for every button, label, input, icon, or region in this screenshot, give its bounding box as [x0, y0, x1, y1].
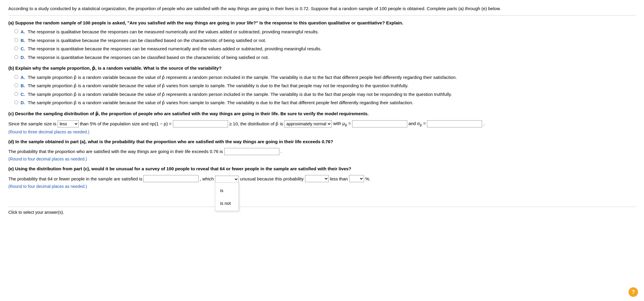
part-b-label-d: D.	[21, 99, 26, 106]
part-d-round-note: (Round to four decimal places as needed.…	[8, 157, 636, 161]
part-b-options: A. The sample proportion p̂ is a random …	[14, 74, 636, 106]
part-a-label-c: C.	[21, 46, 26, 52]
part-c-and: and σp̂ =	[408, 119, 426, 128]
part-a-text-d: The response is quantitative because the…	[28, 54, 269, 61]
part-a-options: A. The response is qualitative because t…	[14, 29, 636, 61]
part-c-fill3[interactable]	[427, 120, 482, 127]
part-b-label-b: B.	[21, 82, 26, 89]
intro-text: According to a study conducted by a stat…	[8, 5, 636, 15]
part-a-label-a: A.	[21, 29, 26, 35]
part-e-mid2: unusual because this probability	[240, 175, 304, 183]
part-e-prefix: The probability that 64 or fewer people …	[8, 175, 142, 183]
part-b-radio-c[interactable]	[14, 92, 18, 96]
part-a-option-a[interactable]: A. The response is qualitative because t…	[14, 29, 636, 35]
part-d-period: .	[281, 147, 282, 155]
part-c-mid3: with μp̂ =	[333, 119, 351, 128]
part-b-option-d[interactable]: D. The sample proportion p̂ is a random …	[14, 99, 636, 106]
part-b-section: (b) Explain why the sample proportion, p…	[8, 65, 636, 106]
part-a-option-b[interactable]: B. The response is qualitative because t…	[14, 37, 636, 44]
part-e-section: (e) Using the distribution from part (c)…	[8, 166, 636, 189]
part-c-dropdown2[interactable]: approximately normal exactly normal skew…	[284, 120, 332, 127]
part-b-label-c: C.	[21, 91, 26, 98]
part-c-prefix: Since the sample size is	[8, 120, 56, 128]
part-e-dropdown1-container: is is not is is not	[215, 175, 239, 183]
part-a-label-d: D.	[21, 54, 26, 61]
part-c-mid1: than 5% of the population size and np(1 …	[80, 120, 172, 128]
part-e-dropdown3[interactable]: 1 5 10	[349, 175, 364, 182]
part-b-text-a: The sample proportion p̂ is a random var…	[28, 74, 457, 81]
part-a-text-a: The response is qualitative because the …	[28, 29, 319, 35]
part-b-radio-d[interactable]	[14, 100, 18, 104]
part-d-fill[interactable]	[224, 148, 279, 155]
help-icon: ?	[632, 289, 635, 295]
part-c-dropdown1[interactable]: less greater	[58, 120, 79, 127]
part-d-line: The probability that the proportion who …	[8, 147, 636, 155]
part-a-radio-a[interactable]	[14, 29, 18, 33]
part-c-period: .	[483, 120, 484, 128]
part-e-dropdown1-popup: is is not	[215, 183, 239, 211]
part-a-radio-d[interactable]	[14, 55, 18, 59]
part-c-round-note: (Round to three decimal places as needed…	[8, 130, 636, 134]
part-b-text-c: The sample proportion p̂ is a random var…	[28, 91, 452, 98]
popup-item-is[interactable]: is	[215, 184, 239, 197]
part-c-fill1[interactable]	[173, 120, 228, 127]
part-a-text-b: The response is qualitative because the …	[28, 37, 266, 44]
part-e-percent: %.	[365, 175, 371, 183]
part-e-line: The probability that 64 or fewer people …	[8, 175, 636, 183]
part-e-fill1[interactable]	[143, 175, 199, 182]
part-a-label-b: B.	[21, 37, 26, 44]
part-e-dropdown2[interactable]: is is not	[305, 175, 329, 182]
help-button[interactable]: ?	[628, 287, 638, 297]
part-c-mid2: ≥ 10, the distribution of p̂ is	[229, 120, 283, 128]
part-c-fill2[interactable]	[352, 120, 407, 127]
part-d-prefix: The probability that the proportion who …	[8, 147, 223, 155]
part-a-option-c[interactable]: C. The response is quantitative because …	[14, 46, 636, 52]
part-b-option-a[interactable]: A. The sample proportion p̂ is a random …	[14, 74, 636, 81]
part-a-text-c: The response is quantitative because the…	[28, 46, 322, 52]
part-d-header: (d) In the sample obtained in part (a), …	[8, 138, 636, 145]
part-b-radio-a[interactable]	[14, 75, 18, 79]
part-b-option-b[interactable]: B. The sample proportion p̂ is a random …	[14, 82, 636, 89]
part-d-section: (d) In the sample obtained in part (a), …	[8, 138, 636, 162]
part-b-label-a: A.	[21, 74, 26, 81]
part-a-header: (a) Suppose the random sample of 100 peo…	[8, 20, 636, 26]
part-c-line: Since the sample size is less greater th…	[8, 119, 636, 128]
part-c-header: (c) Describe the sampling distribution o…	[8, 110, 636, 117]
part-e-header: (e) Using the distribution from part (c)…	[8, 166, 636, 172]
popup-item-is-not[interactable]: is not	[215, 197, 239, 210]
part-e-dropdown1[interactable]: is is not	[215, 176, 239, 183]
main-page: According to a study conducted by a stat…	[0, 0, 644, 301]
part-c-section: (c) Describe the sampling distribution o…	[8, 110, 636, 134]
part-b-radio-b[interactable]	[14, 83, 18, 87]
part-e-mid3: less than	[330, 175, 348, 183]
part-a-option-d[interactable]: D. The response is quantitative because …	[14, 54, 636, 61]
part-a-radio-c[interactable]	[14, 46, 18, 50]
click-note: Click to select your answer(s).	[8, 210, 64, 215]
part-a-section: (a) Suppose the random sample of 100 peo…	[8, 20, 636, 61]
part-b-text-b: The sample proportion p̂ is a random var…	[28, 82, 408, 89]
part-b-header: (b) Explain why the sample proportion, p…	[8, 65, 636, 72]
part-e-mid1: , which	[200, 175, 214, 183]
part-b-text-d: The sample proportion p̂ is a random var…	[28, 99, 413, 106]
part-a-radio-b[interactable]	[14, 38, 18, 42]
part-b-option-c[interactable]: C. The sample proportion p̂ is a random …	[14, 91, 636, 98]
part-e-round-note: (Round to four decimal places as needed.…	[8, 184, 636, 189]
